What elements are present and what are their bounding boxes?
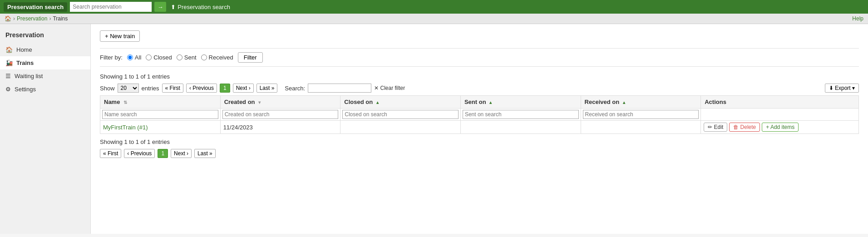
sidebar-label-settings: Settings [15,86,36,93]
search-name-cell [100,109,221,121]
trains-icon: 🚂 [5,59,13,66]
first-page-button[interactable]: « First [162,84,183,93]
search-created-on-cell [220,109,340,121]
col-received-on[interactable]: Received on ▴ [581,96,701,109]
sidebar-title: Preservation [0,29,90,43]
table-controls: Show 10 20 50 100 entries « First ‹ Prev… [100,84,859,93]
row-name-link[interactable]: MyFirstTrain (#1) [103,124,148,131]
new-train-button[interactable]: + New train [100,30,140,42]
show-label: Show [100,85,115,92]
sidebar-item-waiting-list[interactable]: ☰ Waiting list [0,69,90,83]
brand-label: Preservation search [4,2,67,12]
bottom-last-button[interactable]: Last » [194,149,216,158]
help-link[interactable]: Help [852,15,863,22]
filter-closed-label[interactable]: Closed [146,54,172,61]
search-received-on-cell [581,109,701,121]
col-actions-label: Actions [705,99,726,105]
sort-created-icon[interactable]: ▾ [258,100,261,105]
bottom-first-button[interactable]: « First [100,149,121,158]
sidebar: Preservation 🏠 Home 🚂 Trains ☰ Waiting l… [0,24,91,234]
bottom-next-button[interactable]: Next › [171,149,192,158]
filter-all-radio[interactable] [127,54,133,60]
next-page-button[interactable]: Next › [233,84,254,93]
search-name-input[interactable] [102,110,218,119]
sort-sent-icon[interactable]: ▴ [489,100,492,105]
breadcrumb-sep1: › [13,15,15,22]
edit-button[interactable]: ✏ Edit [704,123,727,132]
col-closed-on[interactable]: Closed on ▴ [340,96,461,109]
filter-sent-radio[interactable] [177,54,182,60]
sort-received-icon[interactable]: ▴ [623,100,625,105]
filter-received-radio[interactable] [201,54,207,60]
search-closed-on-cell [340,109,461,121]
action-buttons: ✏ Edit 🗑 Delete + Add items [704,123,856,132]
sidebar-label-trains: Trains [16,59,34,66]
bottom-prev-button[interactable]: ‹ Previous [124,149,155,158]
show-select[interactable]: 10 20 50 100 [118,84,139,93]
layout: Preservation 🏠 Home 🚂 Trains ☰ Waiting l… [0,24,868,234]
clear-filter-button[interactable]: ✕ Clear filter [374,85,405,91]
sidebar-item-home[interactable]: 🏠 Home [0,43,90,56]
filter-bar: Filter by: All Closed Sent Received Filt… [100,48,859,67]
col-sent-on[interactable]: Sent on ▴ [460,96,581,109]
col-name-label: Name [104,99,120,105]
row-received-on-cell [581,121,701,134]
col-name[interactable]: Name ⇅ [100,96,221,109]
home-icon: 🏠 [5,15,11,22]
filter-all-label[interactable]: All [127,54,141,61]
search-sent-on-cell [460,109,581,121]
topbar-go-button[interactable]: → [154,2,166,12]
table-search-row [100,109,859,121]
sidebar-label-waiting-list: Waiting list [15,73,43,79]
sort-closed-icon[interactable]: ▴ [376,100,379,105]
filter-received-label[interactable]: Received [201,54,233,61]
filter-sent-label[interactable]: Sent [177,54,197,61]
breadcrumb: 🏠 › Preservation › Trains Help [0,14,868,24]
col-closed-on-label: Closed on [344,99,373,105]
filter-closed-radio[interactable] [146,54,152,60]
settings-icon: ⚙ [5,86,11,93]
breadcrumb-sep2: › [49,15,51,22]
prev-page-button[interactable]: ‹ Previous [186,84,217,93]
sidebar-item-trains[interactable]: 🚂 Trains [0,56,90,69]
row-closed-on-cell [340,121,461,134]
sidebar-label-home: Home [16,46,32,53]
export-button[interactable]: ⬇ Export ▾ [825,84,859,93]
row-actions-cell: ✏ Edit 🗑 Delete + Add items [701,121,859,134]
table-search-input[interactable] [308,84,371,93]
filter-button[interactable]: Filter [238,52,263,63]
bottom-pagination: « First ‹ Previous 1 Next › Last » [100,149,859,158]
search-created-on-input[interactable] [222,110,339,119]
col-created-on-label: Created on [224,99,255,105]
row-name-cell: MyFirstTrain (#1) [100,121,221,134]
table-header-row: Name ⇅ Created on ▾ Closed on ▴ Sent on … [100,96,859,109]
add-items-button[interactable]: + Add items [762,123,799,132]
col-actions: Actions [701,96,859,109]
breadcrumb-home-link[interactable]: 🏠 [5,15,11,22]
topbar-search-input[interactable] [70,2,152,12]
topbar-preservation-link[interactable]: ⬆ Preservation search [171,4,230,10]
col-sent-on-label: Sent on [464,99,486,105]
delete-button[interactable]: 🗑 Delete [729,123,760,132]
table-row: MyFirstTrain (#1) 11/24/2023 ✏ Edit 🗑 De… [100,121,859,134]
col-created-on[interactable]: Created on ▾ [220,96,340,109]
main-content: + New train Filter by: All Closed Sent R… [91,24,868,234]
data-table: Name ⇅ Created on ▾ Closed on ▴ Sent on … [100,95,859,134]
breadcrumb-preservation-link[interactable]: Preservation [17,15,47,22]
home-icon: 🏠 [5,46,13,53]
upload-icon: ⬆ [171,4,176,10]
last-page-button[interactable]: Last » [256,84,278,93]
search-actions-cell [701,109,859,121]
search-label: Search: [285,85,305,92]
breadcrumb-trains: Trains [53,15,68,22]
sidebar-item-settings[interactable]: ⚙ Settings [0,83,90,96]
search-received-on-input[interactable] [583,110,699,119]
row-created-on-value: 11/24/2023 [223,124,253,131]
row-sent-on-cell [460,121,581,134]
filter-by-label: Filter by: [100,54,123,61]
bottom-current-page: 1 [158,149,168,158]
search-closed-on-input[interactable] [342,110,459,119]
row-created-on-cell: 11/24/2023 [220,121,340,134]
search-sent-on-input[interactable] [463,110,579,119]
sort-name-icon[interactable]: ⇅ [123,100,127,105]
